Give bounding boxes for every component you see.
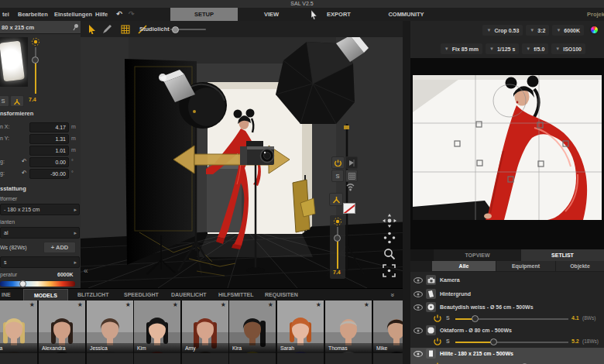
model-tile[interactable]: ★ Kira bbox=[229, 300, 276, 364]
model-tile[interactable]: ★ Amy bbox=[182, 300, 228, 364]
model-tile[interactable]: ★ Alexandra bbox=[39, 300, 85, 364]
favorite-star-icon[interactable]: ★ bbox=[29, 301, 35, 308]
pin-icon[interactable] bbox=[72, 23, 79, 31]
model-tile[interactable]: ★ Kim bbox=[134, 300, 180, 364]
light-grid-button[interactable] bbox=[345, 170, 358, 182]
favorite-star-icon[interactable]: ★ bbox=[125, 301, 131, 308]
favorite-star-icon[interactable]: ★ bbox=[77, 301, 83, 308]
power-track[interactable] bbox=[455, 318, 568, 320]
orbit-icon[interactable] bbox=[383, 214, 396, 228]
draw-tool-button[interactable] bbox=[101, 23, 113, 35]
model-tile[interactable]: ★ Sarah bbox=[277, 300, 324, 364]
solo-button[interactable]: S bbox=[0, 95, 9, 107]
pos-z-field[interactable]: 1.01 bbox=[29, 146, 69, 156]
model-tile[interactable]: ★ oria bbox=[0, 300, 37, 364]
zoom-icon[interactable] bbox=[383, 248, 396, 260]
grid-tool-button[interactable] bbox=[119, 23, 131, 35]
studiolicht-slider[interactable] bbox=[170, 29, 206, 30]
favorite-star-icon[interactable]: ★ bbox=[268, 301, 273, 308]
power-slider-vertical[interactable] bbox=[29, 37, 42, 96]
lightformer-thumbnail[interactable] bbox=[0, 37, 28, 87]
power-track[interactable] bbox=[455, 342, 568, 343]
camera-preview[interactable] bbox=[410, 58, 604, 249]
tripod-button[interactable] bbox=[10, 95, 24, 107]
select-tool-button[interactable] bbox=[86, 23, 98, 35]
tab-models[interactable]: MODELS bbox=[23, 289, 68, 301]
filter-objekte[interactable]: Objekte bbox=[556, 261, 604, 271]
tab-setup[interactable]: SETUP bbox=[170, 8, 238, 21]
favorite-star-icon[interactable]: ★ bbox=[173, 301, 178, 308]
model-tile[interactable]: ★ Mike bbox=[373, 300, 403, 364]
setlist-row-hintergrund[interactable]: Hintergrund bbox=[410, 287, 604, 301]
add-button[interactable]: + ADD bbox=[43, 242, 76, 253]
filter-equipment[interactable]: Equipment bbox=[496, 261, 555, 271]
setlist-row-beautydish[interactable]: Beautydish weiss - Ø 56 cm - 500Ws S 4.1… bbox=[410, 301, 604, 325]
light-beam-button[interactable] bbox=[345, 156, 358, 169]
eye-icon[interactable] bbox=[414, 277, 423, 283]
collapse-left-icon[interactable]: « bbox=[84, 266, 88, 275]
rot-field[interactable]: 0.00 bbox=[29, 157, 69, 167]
redo-icon[interactable]: ↷ bbox=[129, 8, 135, 21]
lens-select[interactable]: ▼Fix 85 mm bbox=[441, 43, 482, 54]
eye-icon[interactable] bbox=[414, 291, 423, 297]
light-tripod-button[interactable] bbox=[329, 193, 343, 206]
setlist-row-kamera[interactable]: Kamera bbox=[410, 273, 604, 287]
expand-panel-icon[interactable]: » bbox=[386, 293, 399, 297]
favorite-star-icon[interactable]: ★ bbox=[316, 301, 321, 308]
no-gel-button[interactable] bbox=[343, 203, 355, 214]
model-tile[interactable]: ★ Thomas bbox=[325, 300, 372, 364]
eye-icon[interactable] bbox=[414, 328, 423, 334]
tab-community[interactable]: COMMUNITY bbox=[372, 8, 440, 21]
tilt-field[interactable]: -90.00 bbox=[29, 169, 69, 179]
color-wheel-icon[interactable] bbox=[589, 25, 599, 35]
pos-x-field[interactable]: 4.17 bbox=[29, 122, 69, 132]
tab-requisiten[interactable]: REQUISITEN bbox=[265, 289, 298, 301]
tab-topview[interactable]: TOPVIEW bbox=[434, 249, 521, 261]
shutter-select[interactable]: ▼1/125 s bbox=[486, 43, 519, 54]
mode-dropdown[interactable]: s ▸ bbox=[0, 256, 80, 268]
eye-icon[interactable] bbox=[414, 304, 423, 311]
favorite-star-icon[interactable]: ★ bbox=[364, 301, 369, 308]
light-solo-button[interactable]: S bbox=[331, 170, 344, 182]
setlist-row-hilite-selected[interactable]: Hilite - 180 x 215 cm - 500Ws S 7.4 (82W… bbox=[410, 348, 604, 364]
pos-y-field[interactable]: 1.31 bbox=[29, 134, 69, 144]
tab-dauerlicht[interactable]: DAUERLICHT bbox=[171, 289, 207, 301]
aspect-select[interactable]: ▼3:2 bbox=[526, 25, 549, 36]
pan-icon[interactable] bbox=[383, 232, 396, 244]
whitebalance-select[interactable]: ▼6000K bbox=[552, 25, 584, 36]
light-power-slider[interactable]: 7.4 bbox=[330, 215, 345, 279]
aperture-select[interactable]: ▼f/5.0 bbox=[522, 43, 548, 54]
power-icon[interactable] bbox=[434, 338, 441, 345]
tab-setlist[interactable]: SETLIST bbox=[521, 249, 604, 261]
eye-icon[interactable] bbox=[414, 351, 423, 357]
filter-alle[interactable]: Alle bbox=[432, 261, 496, 271]
temperature-slider[interactable] bbox=[0, 281, 75, 287]
power-icon[interactable] bbox=[434, 314, 441, 322]
tab-hilfsmittel[interactable]: HILFSMITTEL bbox=[218, 289, 254, 301]
iso-select[interactable]: ▼ISO100 bbox=[551, 43, 585, 54]
reset-rotation-icon[interactable]: ↶ bbox=[22, 158, 27, 165]
wireless-icon[interactable] bbox=[345, 183, 355, 191]
slider-handle[interactable] bbox=[334, 235, 341, 242]
crop-select[interactable]: ▼Crop 0.53 bbox=[482, 25, 523, 36]
reset-tilt-icon[interactable]: ↶ bbox=[22, 170, 27, 177]
menu-file[interactable]: tei bbox=[2, 8, 9, 21]
variante-dropdown[interactable]: al ▸ bbox=[0, 227, 80, 239]
power-knob[interactable] bbox=[472, 315, 479, 322]
tab-blitzlicht[interactable]: BLITZLICHT bbox=[77, 289, 108, 301]
lichtformer-dropdown[interactable]: - 180 x 215 cm ▸ bbox=[0, 204, 80, 215]
undo-icon[interactable]: ↶ bbox=[116, 8, 122, 21]
frame-icon[interactable] bbox=[383, 264, 396, 277]
temperature-handle[interactable] bbox=[19, 280, 26, 287]
tab-speedlight[interactable]: SPEEDLIGHT bbox=[124, 289, 159, 301]
slider-handle[interactable] bbox=[32, 57, 39, 64]
menu-bearbeiten[interactable]: Bearbeiten bbox=[18, 8, 48, 21]
menu-hilfe[interactable]: Hilfe bbox=[95, 8, 108, 21]
menu-einstellungen[interactable]: Einstellungen bbox=[54, 8, 92, 21]
studiolicht-handle[interactable] bbox=[172, 26, 179, 33]
tab-view[interactable]: VIEW bbox=[238, 8, 305, 21]
favorite-star-icon[interactable]: ★ bbox=[221, 301, 226, 308]
light-power-button[interactable] bbox=[331, 156, 345, 169]
viewport-3d[interactable]: S 7.4 bbox=[81, 37, 410, 288]
power-knob[interactable] bbox=[490, 338, 497, 345]
